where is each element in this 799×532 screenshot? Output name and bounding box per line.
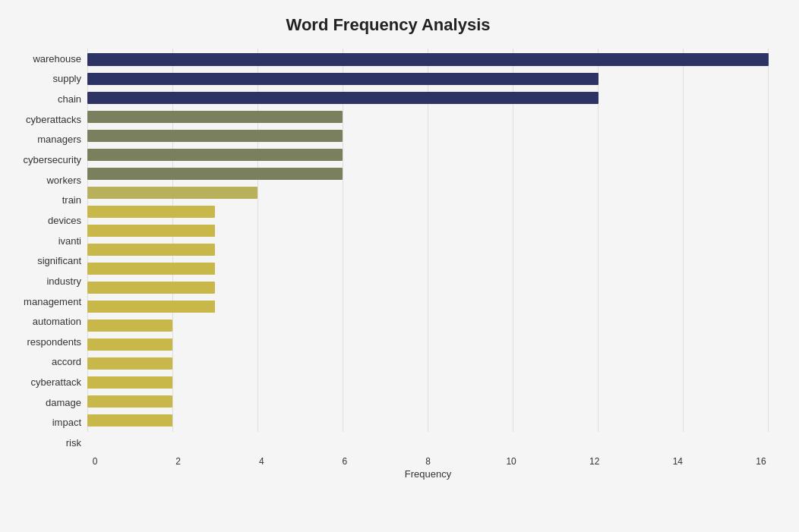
bar-devices (87, 206, 215, 218)
y-label-respondents: respondents (27, 337, 81, 347)
bar-risk (87, 414, 172, 427)
bar-chain (87, 92, 598, 104)
bar-damage (87, 376, 172, 389)
bar-row-workers (87, 164, 769, 183)
y-label-managers: managers (37, 134, 81, 144)
y-label-cyberattacks: cyberattacks (26, 115, 81, 124)
y-labels: warehousesupplychaincyberattacksmanagers… (8, 49, 87, 474)
bar-automation (87, 301, 215, 313)
plot-area: 0246810121416 Frequency (87, 49, 769, 474)
bar-row-industry (87, 260, 769, 279)
y-label-accord: accord (52, 357, 81, 367)
y-label-warehouse: warehouse (33, 54, 81, 64)
bars-wrapper (87, 49, 769, 432)
x-axis-label: Frequency (87, 468, 769, 480)
bar-accord (87, 338, 172, 351)
y-label-workers: workers (46, 175, 81, 185)
bar-row-devices (87, 202, 769, 221)
bar-cyberattacks (87, 111, 343, 123)
y-label-significant: significant (37, 256, 81, 266)
bar-row-managers (87, 126, 769, 145)
x-tick-0: 0 (87, 456, 103, 467)
x-tick-2: 2 (171, 456, 186, 467)
y-label-devices: devices (48, 216, 81, 225)
bar-impact (87, 395, 172, 408)
y-label-supply: supply (52, 74, 81, 83)
bar-row-damage (87, 373, 769, 392)
bars-container (87, 49, 769, 453)
bar-supply (87, 73, 598, 85)
bar-warehouse (87, 53, 769, 65)
bar-industry (87, 263, 215, 275)
bar-row-accord (87, 335, 769, 354)
x-tick-14: 14 (670, 456, 685, 467)
bar-row-warehouse (87, 50, 769, 69)
x-ticks: 0246810121416 (87, 453, 769, 467)
y-label-risk: risk (66, 438, 81, 448)
y-label-ivanti: ivanti (58, 236, 81, 246)
bar-row-management (87, 279, 769, 297)
bar-cyberattack (87, 357, 172, 370)
bar-significant (87, 244, 215, 256)
x-axis: 0246810121416 Frequency (87, 453, 769, 474)
y-label-train: train (62, 195, 81, 205)
chart-title: Word Frequency Analysis (8, 15, 769, 35)
y-label-industry: industry (46, 276, 81, 286)
bar-row-cybersecurity (87, 145, 769, 164)
chart-container: Word Frequency Analysis warehousesupplyc… (0, 0, 799, 532)
bar-managers (87, 130, 343, 142)
y-label-management: management (24, 297, 81, 307)
y-label-impact: impact (52, 417, 81, 427)
bar-row-risk (87, 411, 769, 430)
bar-ivanti (87, 225, 215, 237)
x-tick-8: 8 (421, 456, 436, 467)
y-label-chain: chain (58, 94, 81, 104)
bar-workers (87, 168, 343, 180)
chart-area: warehousesupplychaincyberattacksmanagers… (8, 49, 769, 474)
y-label-cyberattack: cyberattack (31, 377, 81, 387)
bar-row-train (87, 183, 769, 202)
x-tick-6: 6 (337, 456, 352, 467)
bar-row-respondents (87, 316, 769, 335)
bar-management (87, 282, 215, 294)
y-label-cybersecurity: cybersecurity (23, 155, 81, 165)
bar-row-impact (87, 392, 769, 411)
x-tick-10: 10 (504, 456, 519, 467)
y-label-damage: damage (46, 398, 81, 408)
x-tick-16: 16 (753, 456, 769, 467)
bar-row-chain (87, 88, 769, 107)
bar-train (87, 187, 257, 199)
bar-respondents (87, 320, 172, 332)
bar-row-automation (87, 297, 769, 316)
bar-row-cyberattacks (87, 107, 769, 126)
bar-row-cyberattack (87, 354, 769, 373)
bar-row-supply (87, 69, 769, 88)
x-tick-4: 4 (254, 456, 269, 467)
bar-cybersecurity (87, 149, 343, 161)
bar-row-significant (87, 240, 769, 259)
bar-row-ivanti (87, 221, 769, 240)
x-tick-12: 12 (587, 456, 602, 467)
y-label-automation: automation (33, 316, 81, 326)
